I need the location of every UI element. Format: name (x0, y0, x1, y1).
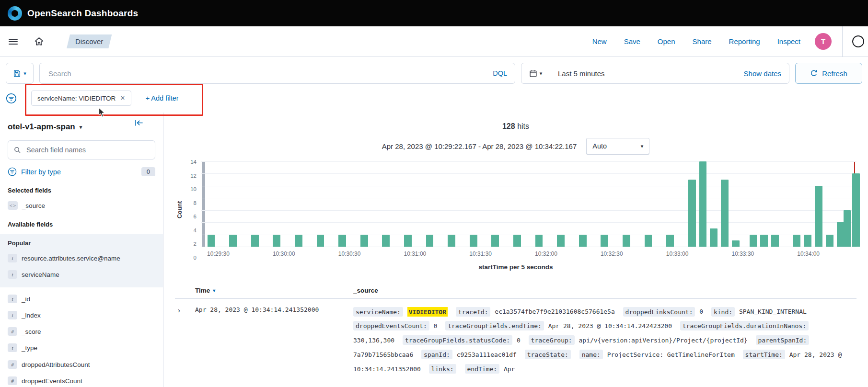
histogram-bar[interactable] (273, 235, 280, 247)
histogram-bar[interactable] (382, 235, 390, 247)
selected-fields-heading: Selected fields (8, 187, 155, 194)
avatar[interactable]: T (815, 33, 832, 50)
histogram-bar[interactable] (804, 235, 812, 247)
time-range-button[interactable]: Last 5 minutes (550, 69, 613, 78)
gridline-y-8 (201, 198, 856, 198)
remove-filter-icon[interactable]: × (120, 94, 125, 102)
app-menu-icon[interactable] (852, 35, 864, 47)
histogram-bar[interactable] (623, 235, 630, 247)
histogram-bar[interactable] (666, 235, 674, 247)
hamburger-icon (9, 37, 18, 46)
nav-link-reporting[interactable]: Reporting (729, 37, 760, 46)
histogram-bar[interactable] (208, 235, 215, 247)
histogram-bar[interactable] (535, 235, 543, 247)
histogram-bar[interactable] (721, 180, 729, 247)
app-header: OpenSearch Dashboards (0, 0, 868, 26)
query-language-button[interactable]: DQL (493, 69, 507, 77)
histogram-bar[interactable] (491, 235, 499, 247)
histogram-bar[interactable] (844, 210, 851, 247)
collapse-left-icon (135, 118, 144, 127)
histogram-bar[interactable] (826, 235, 833, 247)
histogram-bar[interactable] (710, 228, 718, 247)
histogram-bar[interactable] (557, 235, 565, 247)
field-type-icon: # (8, 327, 17, 336)
histogram-bar[interactable] (793, 235, 801, 247)
y-tick-label: 14 (190, 159, 197, 165)
source-field-value: ProjectService: GetTimelineForItem (607, 351, 735, 358)
search-input[interactable] (47, 69, 488, 78)
nav-link-save[interactable]: Save (624, 37, 640, 46)
home-button[interactable] (26, 26, 52, 57)
add-filter-button[interactable]: + Add filter (146, 94, 179, 102)
source-field-value: 0 (517, 337, 521, 344)
histogram-bar[interactable] (815, 186, 822, 247)
date-quick-select-button[interactable]: ▾ (521, 63, 550, 83)
time-column-header[interactable]: Time ▾ (195, 287, 353, 294)
field-type-icon: t (8, 311, 17, 319)
histogram-bar[interactable] (338, 235, 346, 247)
opensearch-dashboards-window: OpenSearch Dashboards Discover NewSaveOp… (0, 0, 868, 387)
histogram-bar[interactable] (601, 235, 608, 247)
chart-header-row: Apr 28, 2023 @ 10:29:22.167 - Apr 28, 20… (175, 138, 856, 154)
histogram-bar[interactable] (732, 240, 740, 247)
field-item-_score[interactable]: #_score (8, 327, 155, 336)
show-dates-button[interactable]: Show dates (744, 69, 789, 78)
histogram-bar[interactable] (317, 235, 324, 247)
histogram-bar[interactable] (750, 235, 757, 247)
histogram-bar[interactable] (645, 235, 652, 247)
filter-pill-servicename[interactable]: serviceName: VIDIEDITOR × (31, 91, 131, 106)
y-tick-label: 2 (194, 241, 197, 247)
menu-button[interactable] (0, 26, 26, 57)
y-axis: 02468101214 (185, 162, 201, 258)
field-item-_type[interactable]: t_type (8, 343, 155, 353)
histogram-bar[interactable] (251, 235, 259, 247)
histogram-bar[interactable] (688, 180, 696, 247)
filter-set-menu-button[interactable] (6, 93, 17, 104)
hits-count: 128 (502, 122, 515, 130)
refresh-icon (810, 69, 818, 77)
nav-link-open[interactable]: Open (658, 37, 675, 46)
results-table: Time ▾ _source › Apr 28, 2023 @ 10:34:14… (175, 282, 856, 376)
histogram-bar[interactable] (229, 235, 237, 247)
field-search-input[interactable] (25, 146, 150, 154)
histogram-bar[interactable] (699, 161, 707, 247)
nav-link-inspect[interactable]: Inspect (777, 37, 800, 46)
field-item-resource.attributes.service@name[interactable]: tresource.attributes.service@name (8, 254, 155, 263)
histogram-bar[interactable] (404, 235, 412, 247)
table-row: › Apr 28, 2023 @ 10:34:14.241352000 serv… (175, 299, 856, 376)
field-item-_index[interactable]: t_index (8, 311, 155, 320)
nav-divider-2 (842, 26, 843, 57)
time-column-label: Time (195, 287, 210, 294)
saved-query-button[interactable]: ▾ (6, 63, 34, 84)
histogram-bar[interactable] (852, 173, 860, 247)
histogram-bar[interactable] (771, 235, 779, 247)
expand-row-icon[interactable]: › (175, 305, 195, 376)
filter-by-type-button[interactable]: Filter by type 0 (8, 167, 155, 176)
breadcrumb-discover[interactable]: Discover (67, 34, 112, 48)
field-item-droppedEventsCount[interactable]: #droppedEventsCount (8, 376, 155, 386)
histogram-bar[interactable] (426, 235, 434, 247)
index-pattern-switcher[interactable]: otel-v1-apm-span ▾ (8, 122, 155, 132)
refresh-button[interactable]: Refresh (795, 63, 862, 84)
histogram-bar[interactable] (448, 235, 455, 247)
source-field-value: VIDIEDITOR (407, 307, 448, 317)
field-item-droppedAttributesCount[interactable]: #droppedAttributesCount (8, 360, 155, 369)
histogram-bar[interactable] (579, 235, 587, 247)
histogram-bar[interactable] (513, 235, 521, 247)
histogram-bar[interactable] (360, 235, 368, 247)
field-item-_id[interactable]: t_id (8, 295, 155, 304)
histogram-bar[interactable] (295, 235, 302, 247)
histogram-bar[interactable] (470, 235, 477, 247)
nav-link-share[interactable]: Share (693, 37, 712, 46)
field-item-_source[interactable]: <>_source (8, 201, 155, 210)
collapse-sidebar-button[interactable] (135, 118, 144, 127)
source-field-key: parentSpanId: (756, 335, 810, 345)
search-box: DQL (39, 63, 515, 84)
source-column-header[interactable]: _source (353, 287, 856, 294)
histogram-bar[interactable] (760, 235, 768, 247)
source-field-value: Apr (504, 365, 515, 373)
field-item-serviceName[interactable]: tserviceName (8, 270, 155, 279)
interval-select[interactable]: Auto ▾ (586, 138, 649, 154)
source-field-key: droppedLinksCount: (623, 307, 695, 317)
nav-link-new[interactable]: New (592, 37, 607, 46)
